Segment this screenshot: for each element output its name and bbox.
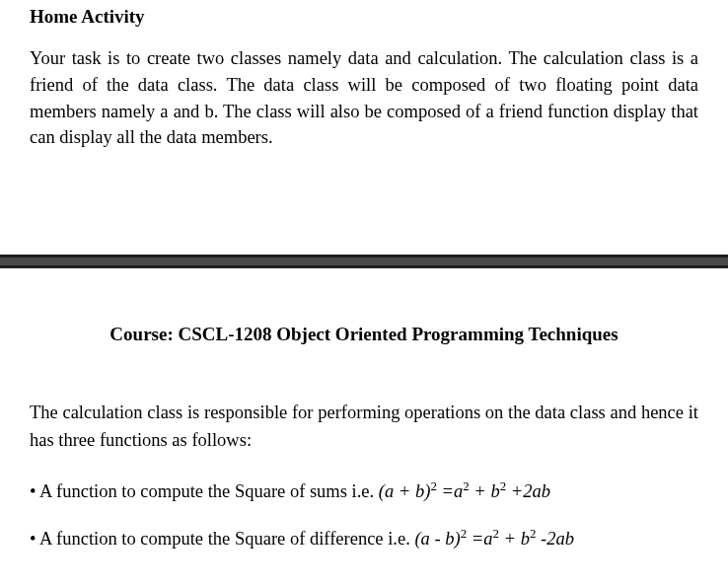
- page-bottom-section: Course: CSCL-1208 Object Oriented Progra…: [0, 268, 728, 552]
- task-paragraph: Your task is to create two classes namel…: [30, 45, 698, 151]
- bullet-prefix: • A function to compute the Square of su…: [30, 481, 379, 501]
- page-top-section: Home Activity Your task is to create two…: [0, 0, 728, 151]
- bullet-square-of-difference: • A function to compute the Square of di…: [30, 524, 698, 553]
- bullet-prefix: • A function to compute the Square of di…: [30, 529, 414, 549]
- page-separator-bar: [0, 255, 728, 268]
- course-title: Course: CSCL-1208 Object Oriented Progra…: [30, 324, 698, 345]
- page-gap: [0, 161, 728, 255]
- bullet-square-of-sums: • A function to compute the Square of su…: [30, 477, 698, 506]
- calculation-intro: The calculation class is responsible for…: [30, 400, 698, 455]
- home-activity-heading: Home Activity: [30, 6, 698, 28]
- bullet-formula: (a - b)2 =a2 + b2 -2ab: [414, 529, 574, 549]
- bullet-formula: (a + b)2 =a2 + b2 +2ab: [379, 481, 550, 501]
